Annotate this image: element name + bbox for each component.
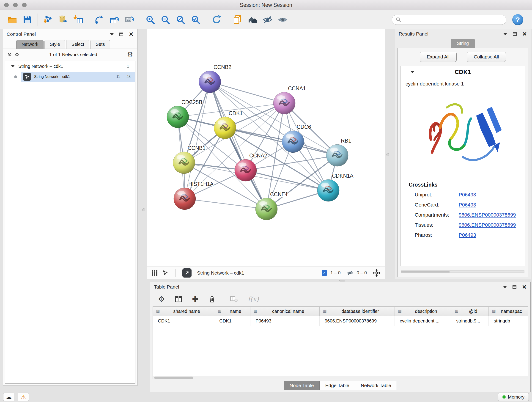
network-canvas[interactable]: CCNB2CCNA1CDC25BCDK1CDC6RB1CCNB1CCNA2CDK… — [147, 29, 385, 267]
expand-all-icon[interactable] — [14, 52, 19, 57]
network-node-RB1[interactable]: RB1 — [326, 138, 351, 166]
zoom-selected-button[interactable] — [188, 13, 203, 27]
zoom-fit-button[interactable] — [173, 13, 188, 27]
show-all-button[interactable] — [275, 13, 290, 27]
tab-network-table[interactable]: Network Table — [355, 381, 397, 390]
right-splitter-handle[interactable] — [386, 153, 389, 156]
warnings-button[interactable]: ⚠ — [18, 393, 29, 401]
network-node-CCNA1[interactable]: CCNA1 — [273, 85, 306, 114]
tab-sets[interactable]: Sets — [90, 40, 110, 49]
close-panel-icon[interactable]: ✕ — [522, 284, 527, 290]
collapse-all-button[interactable]: Collapse All — [467, 52, 506, 62]
float-panel-icon[interactable] — [513, 285, 516, 289]
column-header-name[interactable]: ▦name — [214, 307, 250, 316]
home-button[interactable] — [245, 13, 260, 27]
column-header-namespac[interactable]: ▦namespac — [489, 307, 528, 316]
selected-checkbox-icon[interactable]: ✓ — [322, 270, 327, 276]
table-cell[interactable]: P06493 — [250, 316, 320, 326]
close-panel-icon[interactable]: ✕ — [129, 32, 133, 37]
gear-icon[interactable]: ⚙ — [127, 51, 133, 58]
crosslink-link[interactable]: 9606.ENSP00000378699 — [459, 212, 516, 218]
column-header-shared-name[interactable]: ▦shared name — [153, 307, 214, 316]
column-header-database-identifier[interactable]: ▦database identifier — [320, 307, 395, 316]
column-header--id[interactable]: ▦@id — [451, 307, 489, 316]
panel-menu-icon[interactable] — [110, 33, 114, 36]
table-horizontal-scrollbar[interactable] — [153, 376, 528, 379]
protein-section-header[interactable]: CDK1 — [400, 66, 525, 78]
tab-style[interactable]: Style — [44, 40, 65, 49]
cloud-button[interactable]: ☁ — [3, 393, 14, 401]
hide-selection-button[interactable] — [260, 13, 275, 27]
tab-select[interactable]: Select — [66, 40, 89, 49]
crosslink-link[interactable]: P06493 — [459, 232, 476, 238]
tab-string[interactable]: String — [451, 39, 475, 48]
float-panel-icon[interactable] — [119, 32, 123, 36]
add-column-icon[interactable]: ✚ — [192, 295, 198, 303]
network-edge-CDK1-RB1[interactable] — [225, 128, 337, 155]
table-cell[interactable]: stringdb — [489, 316, 528, 326]
help-button[interactable]: ? — [512, 14, 523, 25]
network-collection-row[interactable]: String Network – cdk1 1 — [5, 61, 135, 71]
tab-network[interactable]: Network — [16, 40, 44, 49]
expand-all-button[interactable]: Expand All — [420, 52, 457, 62]
crosslink-link[interactable]: 9606.ENSP00000378699 — [459, 222, 516, 228]
table-cell[interactable]: cyclin-dependent ... — [395, 316, 451, 326]
detach-view-button[interactable] — [182, 268, 191, 278]
panel-menu-icon[interactable] — [503, 286, 507, 288]
table-cell[interactable]: CDK1 — [153, 316, 214, 326]
network-node-CDK1[interactable]: CDK1 — [214, 110, 243, 139]
zoom-out-button[interactable] — [158, 13, 173, 27]
panel-menu-icon[interactable] — [503, 33, 507, 35]
show-columns-icon[interactable] — [175, 296, 182, 303]
results-panel-title: Results Panel — [399, 31, 428, 37]
grid-view-icon[interactable] — [152, 270, 158, 276]
pan-crosshair-icon[interactable] — [373, 269, 380, 277]
table-row[interactable]: CDK1CDK1P064939606.ENSP00000378699cyclin… — [153, 316, 528, 326]
export-image-button[interactable] — [122, 13, 137, 27]
bottom-splitter-handle[interactable] — [339, 280, 345, 281]
network-node-CCNB2[interactable]: CCNB2 — [199, 64, 231, 93]
table-cell[interactable]: CDK1 — [214, 316, 250, 326]
search-box[interactable] — [392, 15, 506, 25]
network-node-HIST1H1A[interactable]: HIST1H1A — [174, 181, 214, 210]
table-cell[interactable]: stringdb:9... — [451, 316, 489, 326]
network-row[interactable]: String Network – cdk1 11 48 — [5, 71, 135, 82]
crosslink-link[interactable]: P06493 — [459, 192, 476, 198]
zoom-in-button[interactable] — [143, 13, 158, 27]
crosslink-link[interactable]: P06493 — [459, 202, 476, 208]
network-edge-CCNB2-CCNE1[interactable] — [210, 82, 266, 209]
search-input[interactable] — [401, 17, 502, 22]
float-panel-icon[interactable] — [513, 32, 517, 36]
save-session-button[interactable] — [20, 13, 35, 27]
column-header-description[interactable]: ▦description — [395, 307, 451, 316]
import-network-file-button[interactable] — [41, 13, 56, 27]
zoom-fit-icon — [176, 15, 185, 25]
close-panel-icon[interactable]: ✕ — [522, 31, 527, 37]
network-edge-HIST1H1A-CCNE1[interactable] — [185, 199, 266, 209]
table-cell[interactable]: 9606.ENSP00000378699 — [320, 316, 394, 326]
collapse-section-icon[interactable] — [411, 71, 414, 73]
column-header-canonical-name[interactable]: ▦canonical name — [250, 307, 320, 316]
import-table-button[interactable] — [71, 13, 86, 27]
network-edge-CCNB2-CCNA1[interactable] — [210, 82, 284, 103]
network-row-selected[interactable]: String Network – cdk1 11 48 — [21, 72, 135, 82]
collapse-branch-icon[interactable] — [11, 65, 15, 67]
tab-edge-table[interactable]: Edge Table — [320, 381, 355, 390]
table-settings-gear-icon[interactable]: ⚙ — [158, 295, 165, 303]
results-horizontal-scrollbar[interactable] — [401, 270, 525, 273]
delete-column-trash-icon[interactable] — [209, 295, 215, 303]
network-view-icon[interactable] — [162, 270, 168, 276]
memory-button[interactable]: Memory — [498, 393, 529, 401]
new-table-button[interactable] — [107, 13, 122, 27]
collapse-all-icon[interactable] — [7, 52, 12, 57]
open-session-button[interactable] — [5, 13, 20, 27]
network-node-CDKN1A[interactable]: CDKN1A — [317, 173, 354, 201]
new-network-button[interactable] — [92, 13, 107, 27]
import-network-database-button[interactable] — [56, 13, 71, 27]
duplicate-network-button[interactable] — [230, 13, 245, 27]
network-node-CCNB1[interactable]: CCNB1 — [173, 145, 206, 174]
network-graph[interactable]: CCNB2CCNA1CDC25BCDK1CDC6RB1CCNB1CCNA2CDK… — [147, 29, 385, 266]
left-splitter-handle[interactable] — [142, 208, 145, 211]
refresh-view-button[interactable] — [209, 13, 224, 27]
tab-node-table[interactable]: Node Table — [284, 381, 320, 390]
